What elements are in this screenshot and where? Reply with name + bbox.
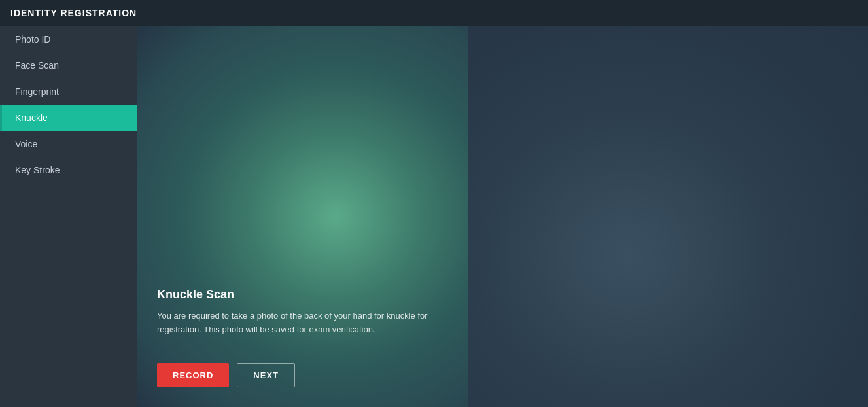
content-area: Knuckle Scan You are required to take a … (137, 26, 868, 407)
right-panel (468, 26, 868, 407)
sidebar-item-face-scan[interactable]: Face Scan (0, 52, 137, 79)
record-button[interactable]: RECORD (157, 363, 229, 387)
scan-description: You are required to take a photo of the … (157, 310, 448, 337)
left-panel: Knuckle Scan You are required to take a … (137, 26, 468, 407)
sidebar-item-knuckle[interactable]: Knuckle (0, 105, 137, 131)
sidebar-item-photo-id[interactable]: Photo ID (0, 26, 137, 52)
sidebar-item-key-stroke[interactable]: Key Stroke (0, 157, 137, 183)
main-layout: Photo ID Face Scan Fingerprint Knuckle V… (0, 26, 868, 407)
sidebar: Photo ID Face Scan Fingerprint Knuckle V… (0, 26, 137, 407)
scan-title: Knuckle Scan (157, 288, 448, 302)
sidebar-item-voice[interactable]: Voice (0, 131, 137, 157)
next-button[interactable]: NEXT (237, 363, 295, 387)
app-title: IDENTITY REGISTRATION (10, 8, 137, 18)
button-row: RECORD NEXT (157, 363, 448, 387)
scan-info: Knuckle Scan You are required to take a … (157, 288, 448, 337)
sidebar-item-fingerprint[interactable]: Fingerprint (0, 79, 137, 105)
app-header: IDENTITY REGISTRATION (0, 0, 868, 26)
